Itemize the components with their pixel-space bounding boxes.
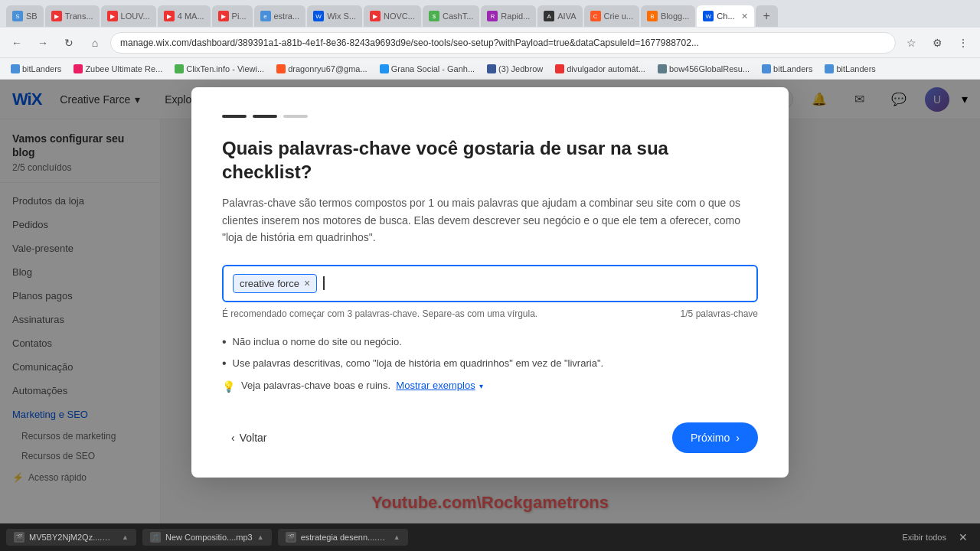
tip-text-1: Não inclua o nome do site ou negócio.: [233, 334, 402, 350]
bookmark-label: bitLanders: [773, 64, 812, 73]
bookmarks-bar: bitLanders Zubee Ultimate Re... ClixTen.…: [0, 58, 980, 80]
bookmark-grana[interactable]: Grana Social - Ganh...: [375, 63, 479, 75]
bookmark-favicon: [487, 64, 496, 73]
tip-bullet-1: •: [222, 334, 227, 350]
tab-label: estra...: [274, 11, 300, 21]
text-cursor: [323, 276, 325, 290]
tab-crie[interactable]: C Crie u...: [584, 5, 640, 27]
bookmark-bitlanders3[interactable]: bitLanders: [820, 63, 880, 75]
bookmark-label: divulgador automát...: [567, 64, 645, 73]
next-button[interactable]: Próximo ›: [672, 422, 758, 453]
taskbar: 🎬 MV5BY2NjM2Qz....mp4 ▲ 🎵 New Compositio…: [0, 523, 980, 551]
back-nav-button[interactable]: ←: [6, 32, 28, 54]
tab-label: SB: [26, 11, 38, 21]
tab-label: Trans...: [65, 11, 93, 21]
tab-label: Ch...: [717, 11, 734, 21]
bookmark-bitlanders[interactable]: bitLanders: [6, 63, 66, 75]
bookmark-jedbrow[interactable]: (3) Jedbrow: [482, 63, 547, 75]
keyword-count: 1/5 palavras-chave: [681, 308, 758, 319]
taskbar-icon-3: 🎬: [286, 532, 296, 543]
home-button[interactable]: ⌂: [84, 32, 106, 54]
taskbar-item-2[interactable]: 🎵 New Compositio....mp3 ▲: [142, 529, 272, 546]
taskbar-label-3: estrategia desenn....mp4: [301, 533, 389, 542]
tab-favicon-aiva: A: [544, 11, 554, 21]
input-hint-text: É recomendado começar com 3 palavras-cha…: [222, 308, 537, 319]
bookmark-bitlanders2[interactable]: bitLanders: [757, 63, 817, 75]
input-hints: É recomendado começar com 3 palavras-cha…: [222, 308, 758, 319]
taskbar-close-button[interactable]: ✕: [952, 527, 974, 548]
forward-nav-button[interactable]: →: [32, 32, 54, 54]
taskbar-item-3[interactable]: 🎬 estrategia desenn....mp4 ▲: [278, 529, 408, 546]
tab-louv[interactable]: ▶ LOUV...: [101, 5, 156, 27]
keyword-tag-text: creative force: [240, 278, 299, 289]
bookmark-dragon[interactable]: dragonryu67@gma...: [272, 63, 372, 75]
tip-text-2: Use palavras descritivas, como "loja de …: [233, 356, 604, 371]
tips-section: • Não inclua o nome do site ou negócio. …: [222, 334, 758, 396]
tab-wix[interactable]: W Wix S...: [307, 5, 362, 27]
back-button[interactable]: ‹ Voltar: [222, 425, 276, 450]
taskbar-arrow-3[interactable]: ▲: [394, 533, 400, 541]
taskbar-arrow-2[interactable]: ▲: [257, 533, 264, 541]
tab-close-icon[interactable]: ✕: [741, 11, 748, 21]
bookmark-button[interactable]: ☆: [900, 32, 922, 54]
back-chevron-icon: ‹: [231, 432, 235, 444]
bookmark-divulgador[interactable]: divulgador automát...: [550, 63, 650, 75]
tab-label: 4 MA...: [178, 11, 204, 21]
tip-1: • Não inclua o nome do site ou negócio.: [222, 334, 758, 350]
taskbar-arrow-1[interactable]: ▲: [122, 533, 129, 541]
back-button-label: Voltar: [240, 432, 267, 444]
tab-label: AIVA: [557, 11, 576, 21]
bookmark-favicon: [658, 64, 667, 73]
bookmark-label: bow456GlobalResu...: [669, 64, 750, 73]
keyword-tag-close-icon[interactable]: ×: [304, 278, 310, 289]
modal-footer: ‹ Voltar Próximo ›: [222, 416, 758, 453]
taskbar-icon-1: 🎬: [14, 532, 24, 543]
tab-favicon-wix: W: [313, 11, 324, 21]
show-examples-chevron: ▾: [479, 382, 483, 390]
bookmark-bow456[interactable]: bow456GlobalResu...: [653, 63, 754, 75]
tab-new[interactable]: +: [756, 5, 778, 27]
tab-label: NOVC...: [384, 11, 415, 21]
bookmark-favicon: [11, 64, 20, 73]
tab-favicon-crie: C: [590, 11, 601, 21]
address-bar[interactable]: manage.wix.com/dashboard/389391a1-a81b-4…: [110, 32, 896, 54]
taskbar-label-1: MV5BY2NjM2Qz....mp4: [29, 533, 117, 542]
tab-pi[interactable]: ▶ Pi...: [212, 5, 253, 27]
progress-dot-1: [222, 115, 247, 118]
extensions-button[interactable]: ⚙: [926, 32, 948, 54]
keyword-input-container[interactable]: creative force ×: [222, 265, 758, 302]
bookmark-favicon: [825, 64, 834, 73]
taskbar-item-1[interactable]: 🎬 MV5BY2NjM2Qz....mp4 ▲: [6, 529, 136, 546]
tab-novc[interactable]: ▶ NOVC...: [364, 5, 421, 27]
progress-dot-2: [253, 115, 277, 118]
bookmark-label: (3) Jedbrow: [498, 64, 543, 73]
lamp-icon: 💡: [222, 379, 235, 395]
tab-favicon-cash: $: [429, 11, 439, 21]
tab-rapid[interactable]: R Rapid...: [481, 5, 536, 27]
tab-favicon-sb: S: [12, 11, 23, 21]
next-button-label: Próximo: [691, 432, 730, 444]
tab-label: Crie u...: [604, 11, 634, 21]
bookmark-favicon: [276, 64, 286, 73]
bookmark-zubee[interactable]: Zubee Ultimate Re...: [69, 63, 167, 75]
tab-aiva[interactable]: A AIVA: [537, 5, 582, 27]
tab-cash[interactable]: $ CashT...: [423, 5, 479, 27]
tab-4ma[interactable]: ▶ 4 MA...: [158, 5, 211, 27]
show-examples-link[interactable]: Mostrar exemplos: [396, 380, 475, 391]
reload-button[interactable]: ↻: [58, 32, 80, 54]
bookmark-label: Zubee Ultimate Re...: [85, 64, 162, 73]
modal-title: Quais palavras-chave você gostaria de us…: [222, 136, 758, 184]
menu-button[interactable]: ⋮: [952, 32, 974, 54]
show-all-button[interactable]: Exibir todos: [903, 533, 946, 542]
tab-label: Blogg...: [661, 11, 689, 21]
tab-blogg[interactable]: B Blogg...: [641, 5, 695, 27]
browser-tabs: S SB ▶ Trans... ▶ LOUV... ▶ 4 MA... ▶ Pi…: [0, 0, 980, 28]
tab-estra[interactable]: e estra...: [254, 5, 306, 27]
bookmark-clixten[interactable]: ClixTen.info - Viewi...: [170, 63, 269, 75]
tab-trans[interactable]: ▶ Trans...: [45, 5, 100, 27]
taskbar-icon-2: 🎵: [150, 532, 161, 543]
tab-sb[interactable]: S SB: [6, 5, 44, 27]
bookmark-label: dragonryu67@gma...: [288, 64, 368, 73]
tab-ch-active[interactable]: W Ch... ✕: [697, 5, 753, 27]
url-text: manage.wix.com/dashboard/389391a1-a81b-4…: [120, 37, 699, 48]
